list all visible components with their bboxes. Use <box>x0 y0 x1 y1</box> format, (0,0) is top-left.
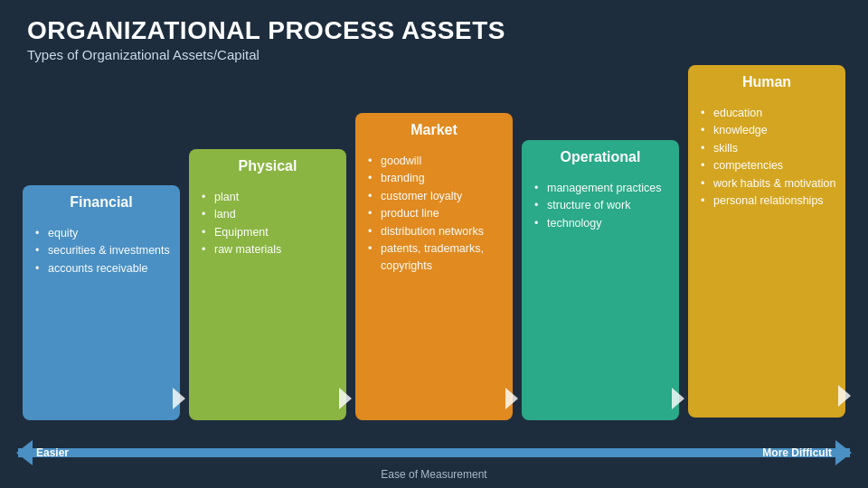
list-item: branding <box>368 170 504 187</box>
card-physical-body: plant land Equipment raw materials <box>189 182 346 268</box>
list-item: skills <box>701 140 836 157</box>
card-market-body: goodwill branding customer loyalty produ… <box>355 145 513 285</box>
card-market-header: Market <box>355 113 513 145</box>
arrow-right-market <box>505 388 518 409</box>
arrow-line: Easier More Difficult <box>18 440 850 465</box>
arrow-shaft: Easier More Difficult <box>18 448 850 457</box>
list-item: accounts receivable <box>35 260 171 277</box>
arrow-left-head <box>16 440 33 465</box>
bottom-bar: Easier More Difficult Ease of Measuremen… <box>18 440 850 481</box>
list-item: raw materials <box>202 241 337 258</box>
card-physical-header: Physical <box>189 149 346 182</box>
list-item: securities & investments <box>35 242 171 259</box>
main-title: ORGANIZATIONAL PROCESS ASSETS <box>0 0 868 47</box>
card-physical: Physical plant land Equipment raw materi… <box>189 149 346 420</box>
arrow-right-human <box>838 385 851 407</box>
list-item: structure of work <box>534 197 670 214</box>
arrow-right-financial <box>173 388 185 409</box>
list-item: Equipment <box>202 224 337 241</box>
list-item: competencies <box>701 157 836 174</box>
card-human-body: education knowledge skills competencies … <box>688 98 845 219</box>
card-market: Market goodwill branding customer loyalt… <box>355 113 513 420</box>
card-human-header: Human <box>688 65 845 98</box>
card-operational: Operational management practices structu… <box>522 140 679 420</box>
card-operational-header: Operational <box>522 140 679 173</box>
card-operational-body: management practices structure of work t… <box>522 173 679 241</box>
arrow-right-physical <box>339 388 352 409</box>
card-financial: Financial equity securities & investment… <box>23 185 180 420</box>
list-item: customer loyalty <box>368 188 504 205</box>
list-item: personal relationships <box>701 192 836 210</box>
list-item: management practices <box>534 180 670 197</box>
cards-container: Financial equity securities & investment… <box>0 65 868 420</box>
arrow-right-operational <box>672 388 684 409</box>
card-financial-body: equity securities & investments accounts… <box>23 218 180 286</box>
arrow-label-right: More Difficult <box>762 446 832 459</box>
arrow-label-left: Easier <box>36 446 69 459</box>
list-item: plant <box>202 189 337 206</box>
list-item: goodwill <box>368 153 504 170</box>
list-item: land <box>202 206 337 223</box>
list-item: distribution networks <box>368 223 504 240</box>
ease-of-measurement-label: Ease of Measurement <box>381 468 486 481</box>
list-item: product line <box>368 205 504 222</box>
list-item: equity <box>35 225 171 242</box>
list-item: education <box>701 105 836 122</box>
arrow-right-head <box>835 440 852 465</box>
list-item: knowledge <box>701 122 836 139</box>
card-human: Human education knowledge skills compete… <box>688 65 845 418</box>
card-financial-header: Financial <box>23 185 180 218</box>
list-item: work habits & motivation <box>701 175 836 192</box>
list-item: technology <box>534 215 670 232</box>
list-item: patents, trademarks, copyrights <box>368 240 504 276</box>
